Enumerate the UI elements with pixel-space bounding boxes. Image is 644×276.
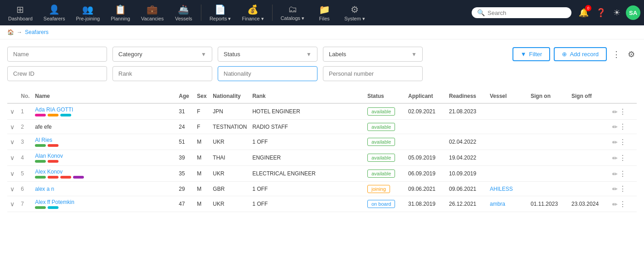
nav-seafarers-label: Seafarers <box>44 16 65 21</box>
row-vessel <box>487 166 528 182</box>
category-filter[interactable]: Category ▼ <box>112 47 212 62</box>
search-icon: 🔍 <box>477 9 485 16</box>
row-status: available <box>365 166 405 182</box>
nav-dashboard-label: Dashboard <box>8 16 33 21</box>
row-readiness: 09.06.2021 <box>446 182 487 196</box>
nav-finance[interactable]: 💰 Finance ▾ <box>237 1 268 24</box>
edit-icon[interactable]: ✏ <box>612 201 618 208</box>
row-rank: RADIO STAFF <box>249 120 365 134</box>
status-badge: available <box>367 154 395 162</box>
row-vessel <box>487 103 528 120</box>
row-more-icon[interactable]: ⋮ <box>619 185 626 193</box>
row-more-icon[interactable]: ⋮ <box>619 170 626 178</box>
nationality-filter[interactable] <box>218 66 317 81</box>
edit-icon[interactable]: ✏ <box>612 170 618 178</box>
filter-icon: ▼ <box>521 51 527 58</box>
seafarer-name-link[interactable]: Alex Konov <box>35 169 173 175</box>
nav-catalogs[interactable]: 🗂 Catalogs ▾ <box>276 1 309 24</box>
name-tag <box>35 206 46 209</box>
breadcrumb-seafarers[interactable]: Seafarers <box>25 29 49 35</box>
user-avatar[interactable]: SA <box>626 5 640 20</box>
row-name-cell: Ada RIA GOTTI <box>32 103 176 120</box>
prejoining-icon: 👥 <box>82 4 93 15</box>
row-more-icon[interactable]: ⋮ <box>619 123 626 131</box>
nav-prejoining[interactable]: 👥 Pre-joining <box>72 1 105 24</box>
nav-system[interactable]: ⚙ System ▾ <box>340 1 370 24</box>
row-vessel: AHILESS <box>487 182 528 196</box>
row-signoff: 23.03.2024 <box>569 196 610 212</box>
table-row: ∨ 5 Alex Konov 35 M UKR ELECTRICAL ENGIN… <box>7 166 637 182</box>
nav-dashboard[interactable]: ⊞ Dashboard <box>4 1 37 24</box>
name-filter[interactable] <box>7 47 107 62</box>
finance-icon: 💰 <box>247 4 259 15</box>
seafarer-name-link[interactable]: Alan Konov <box>35 153 173 159</box>
nav-planning[interactable]: 📋 Planning <box>106 1 135 24</box>
th-name: Name <box>32 89 176 103</box>
row-actions: ✏ ⋮ <box>610 182 637 196</box>
more-options-button[interactable]: ⋮ <box>610 48 622 61</box>
nav-vacancies[interactable]: 💼 Vacancies <box>137 1 168 24</box>
row-expand-chevron[interactable]: ∨ <box>7 120 18 134</box>
th-actions <box>610 89 637 103</box>
labels-filter[interactable]: Labels ▼ <box>323 47 423 62</box>
nav-reports[interactable]: 📄 Reports ▾ <box>205 1 236 24</box>
row-expand-chevron[interactable]: ∨ <box>7 103 18 120</box>
edit-icon[interactable]: ✏ <box>612 108 618 116</box>
crewid-filter[interactable] <box>7 66 107 81</box>
row-more-icon[interactable]: ⋮ <box>619 154 626 162</box>
nav-reports-label: Reports ▾ <box>210 16 231 22</box>
row-readiness: 21.08.2023 <box>446 103 487 120</box>
nav-vessels[interactable]: 🚢 Vessels <box>170 1 197 24</box>
row-expand-chevron[interactable]: ∨ <box>7 150 18 166</box>
row-applicant <box>405 134 446 150</box>
seafarer-name-link[interactable]: Al Ries <box>35 137 173 143</box>
row-applicant <box>405 120 446 134</box>
row-sex: M <box>194 166 210 182</box>
edit-icon[interactable]: ✏ <box>612 139 618 146</box>
th-applicant: Applicant <box>405 89 446 103</box>
row-status: available <box>365 150 405 166</box>
row-expand-chevron[interactable]: ∨ <box>7 182 18 196</box>
search-input[interactable] <box>488 10 566 16</box>
seafarer-name-link[interactable]: alex a n <box>35 186 173 192</box>
nav-seafarers[interactable]: 👤 Seafarers <box>39 1 70 24</box>
search-bar: 🔍 <box>472 7 571 18</box>
settings-sun-button[interactable]: ☀ <box>611 6 622 19</box>
row-actions: ✏ ⋮ <box>610 103 637 120</box>
status-filter-label: Status <box>224 51 240 58</box>
row-expand-chevron[interactable]: ∨ <box>7 134 18 150</box>
row-number: 7 <box>18 196 32 212</box>
row-age: 39 <box>176 150 194 166</box>
home-icon[interactable]: 🏠 <box>7 29 14 35</box>
seafarer-name-link[interactable]: Ada RIA GOTTI <box>35 107 173 113</box>
seafarer-name-link[interactable]: Alex ff Potemkin <box>35 199 173 205</box>
add-record-button[interactable]: ⊕ Add record <box>554 47 607 61</box>
status-filter[interactable]: Status ▼ <box>218 47 317 62</box>
rank-filter[interactable] <box>112 66 212 81</box>
personalnumber-filter[interactable] <box>323 66 423 81</box>
row-signon <box>528 134 569 150</box>
row-readiness: 26.12.2021 <box>446 196 487 212</box>
filter-button[interactable]: ▼ Filter <box>512 47 551 61</box>
row-more-icon[interactable]: ⋮ <box>619 138 626 146</box>
row-age: 51 <box>176 134 194 150</box>
th-vessel: Vessel <box>487 89 528 103</box>
vessel-link[interactable]: AHILESS <box>490 186 513 192</box>
table-header: No. Name Age Sex Nationality Rank Status… <box>7 89 637 103</box>
help-button[interactable]: ❓ <box>594 6 608 19</box>
notifications-bell[interactable]: 🔔 0 <box>577 6 590 19</box>
edit-icon[interactable]: ✏ <box>612 123 618 131</box>
gear-settings-button[interactable]: ⚙ <box>626 48 637 61</box>
vessel-link[interactable]: ambra <box>490 201 505 207</box>
nav-vessels-label: Vessels <box>175 16 192 21</box>
catalogs-icon: 🗂 <box>288 4 297 15</box>
row-nationality: UKR <box>210 134 249 150</box>
row-signoff <box>569 134 610 150</box>
row-expand-chevron[interactable]: ∨ <box>7 196 18 212</box>
row-expand-chevron[interactable]: ∨ <box>7 166 18 182</box>
row-more-icon[interactable]: ⋮ <box>619 200 626 208</box>
edit-icon[interactable]: ✏ <box>612 185 618 193</box>
nav-files[interactable]: 📁 Files <box>311 1 338 24</box>
row-more-icon[interactable]: ⋮ <box>619 108 626 116</box>
edit-icon[interactable]: ✏ <box>612 155 618 162</box>
